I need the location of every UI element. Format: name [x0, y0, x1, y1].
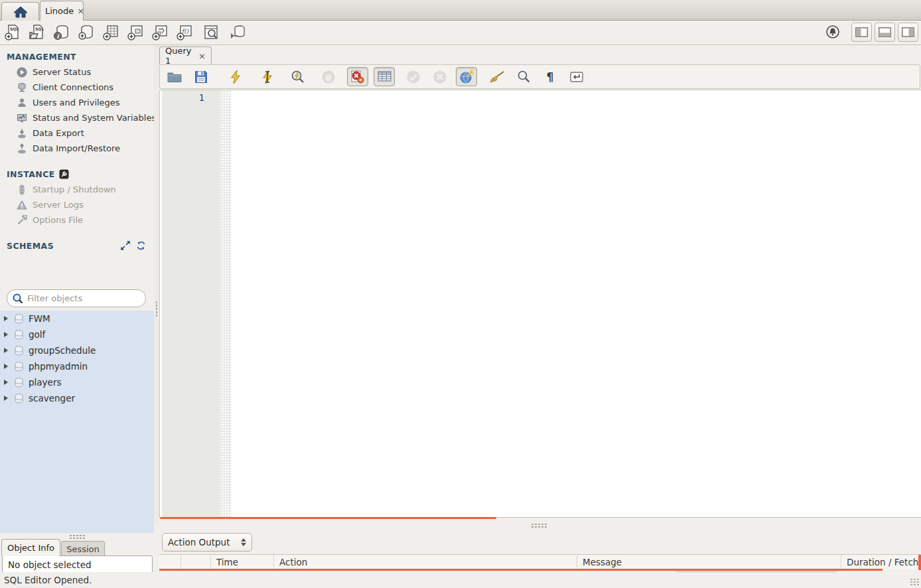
output-col-blank2[interactable] [181, 555, 211, 569]
col-duration-label: Duration / Fetch [847, 557, 918, 567]
create-view-button[interactable] [123, 22, 147, 44]
sidebar-bottom-splitter[interactable] [69, 534, 85, 539]
tab-object-info[interactable]: Object Info [1, 539, 60, 556]
find-button[interactable] [513, 67, 534, 86]
output-type-select[interactable]: Action Output [162, 533, 252, 551]
schema-label: groupSchedule [29, 345, 96, 356]
editor-hscrollbar[interactable] [160, 517, 496, 519]
expander-icon[interactable] [4, 316, 8, 321]
output-col-time[interactable]: Time [211, 555, 274, 569]
create-procedure-button[interactable] [147, 22, 172, 44]
users-privileges-label: Users and Privileges [33, 98, 120, 108]
expand-schemas-icon[interactable] [121, 241, 130, 250]
schema-row-scavenger[interactable]: scavenger [0, 390, 154, 406]
home-tab[interactable] [1, 2, 39, 21]
expander-icon[interactable] [4, 364, 8, 369]
schema-row-golf[interactable]: golf [0, 327, 154, 342]
query-tab-close-icon[interactable]: × [198, 52, 206, 60]
expander-icon[interactable] [4, 332, 8, 337]
open-sql-script-button[interactable]: SQL [25, 22, 49, 44]
window-resize-grip-icon[interactable] [910, 578, 920, 587]
db-inspector-button[interactable]: i [49, 22, 74, 44]
output-splitter[interactable] [159, 520, 921, 530]
expander-icon[interactable] [4, 380, 8, 385]
toggle-bottom-panel-button[interactable] [875, 23, 895, 42]
toggle-left-panel-button[interactable] [851, 23, 872, 42]
sidebar-item-data-export[interactable]: Data Export [0, 125, 154, 141]
sidebar-item-server-logs[interactable]: Server Logs [0, 197, 154, 212]
save-button[interactable] [190, 67, 212, 86]
sidebar-item-users-privileges[interactable]: Users and Privileges [0, 95, 154, 110]
toggle-wrap-button[interactable] [566, 67, 587, 86]
create-schema-icon [78, 24, 95, 41]
schemas-section-header: SCHEMAS [0, 228, 154, 254]
execute-current-button[interactable] [257, 67, 278, 86]
client-connections-icon [16, 82, 27, 93]
startup-shutdown-icon [16, 184, 27, 195]
execute-current-icon [260, 70, 275, 84]
sidebar-item-startup-shutdown[interactable]: Startup / Shutdown [0, 182, 154, 197]
schema-row-groupschedule[interactable]: groupSchedule [0, 342, 154, 358]
schema-label: golf [29, 329, 45, 340]
refresh-schemas-icon[interactable] [136, 241, 146, 250]
expander-icon[interactable] [4, 348, 8, 353]
query-tab[interactable]: Query 1 × [159, 46, 212, 64]
tab-session[interactable]: Session [61, 541, 105, 556]
editor-text-area[interactable] [232, 90, 921, 517]
sidebar-item-status-variables[interactable]: Status and System Variables [0, 110, 154, 125]
commit-button[interactable] [403, 67, 424, 86]
svg-text:f(): f() [182, 28, 189, 35]
sidebar-item-client-connections[interactable]: Client Connections [0, 80, 154, 95]
output-hscrollbar[interactable] [159, 569, 883, 571]
create-function-icon: f() [176, 24, 193, 41]
management-header-label: MANAGEMENT [7, 52, 76, 62]
editor-toolbar: ¶ [159, 64, 920, 89]
output-vscrollbar[interactable] [918, 555, 921, 570]
reconnect-dbms-icon [229, 24, 246, 41]
data-export-icon [16, 128, 27, 139]
schema-tree: FWM golf groupSchedule phpmyadmin player [0, 311, 154, 533]
connection-tab-linode[interactable]: Linode × [40, 1, 84, 21]
output-col-message[interactable]: Message [577, 555, 841, 569]
notification-button[interactable] [822, 22, 843, 42]
toggle-stop-on-error-button[interactable] [347, 67, 368, 86]
beautify-button[interactable] [486, 67, 508, 86]
search-table-data-icon [202, 24, 220, 41]
wrap-text-icon [570, 72, 583, 82]
object-info-text: No object selected [8, 559, 92, 570]
toggle-autocommit-button[interactable] [456, 67, 477, 86]
save-icon [194, 70, 208, 84]
new-sql-tab-button[interactable]: SQL [0, 22, 25, 44]
output-col-action[interactable]: Action [274, 555, 577, 569]
execute-button[interactable] [225, 67, 246, 86]
toggle-right-panel-button[interactable] [898, 23, 918, 42]
reconnect-dbms-button[interactable] [225, 22, 249, 44]
stop-button[interactable] [318, 67, 339, 86]
create-schema-button[interactable] [74, 22, 98, 44]
sql-editor[interactable]: 1 [159, 90, 921, 518]
explain-button[interactable] [287, 67, 309, 86]
rollback-button[interactable] [429, 67, 451, 86]
open-sql-script-icon: SQL [29, 24, 46, 41]
db-inspector-icon: i [53, 24, 70, 41]
sidebar-splitter[interactable] [154, 45, 159, 524]
search-table-data-button[interactable] [198, 22, 223, 44]
schema-row-fwm[interactable]: FWM [0, 311, 154, 327]
schema-filter-input[interactable] [27, 293, 140, 303]
sidebar-item-data-import[interactable]: Data Import/Restore [0, 141, 154, 156]
connection-tab-close-icon[interactable]: × [77, 7, 84, 15]
show-invisibles-button[interactable]: ¶ [539, 67, 561, 86]
sidebar-item-server-status[interactable]: Server Status [0, 64, 154, 80]
output-col-duration[interactable]: Duration / Fetch [841, 555, 921, 569]
schema-row-players[interactable]: players [0, 374, 154, 390]
schema-row-phpmyadmin[interactable]: phpmyadmin [0, 358, 154, 374]
sidebar-item-options-file[interactable]: Options File [0, 212, 154, 228]
management-section-header: MANAGEMENT [0, 45, 154, 64]
create-function-button[interactable]: f() [172, 22, 196, 44]
open-file-button[interactable] [164, 67, 185, 86]
create-table-button[interactable] [98, 22, 123, 44]
expander-icon[interactable] [4, 396, 8, 401]
limit-rows-button[interactable] [374, 67, 395, 86]
output-col-blank1[interactable] [159, 555, 181, 569]
mysql-workbench-window: Linode × SQL SQL i [0, 0, 921, 588]
